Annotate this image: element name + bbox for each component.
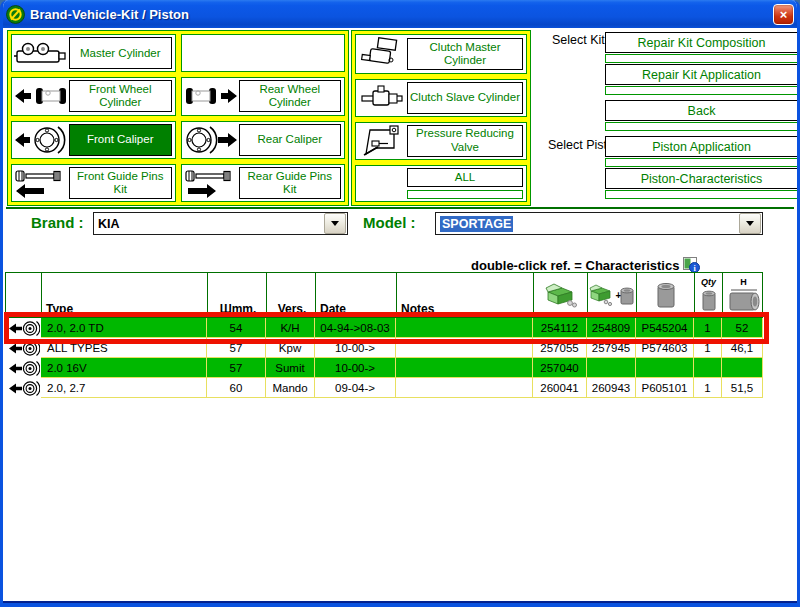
brand-combobox[interactable]: KIA <box>93 212 348 235</box>
table-cell: 46,1 <box>722 338 763 358</box>
table-row[interactable]: 2.0, 2.0 TD54K/H04-94->08-03254112254809… <box>5 318 763 338</box>
results-table: Type Шmm. Vers. Date Notes <box>5 272 763 398</box>
close-button[interactable]: × <box>773 4 794 25</box>
header-kit-plus-piston-icon: + <box>588 273 637 317</box>
cell-rear-wheel-cylinder: Rear Wheel Cylinder <box>181 77 346 115</box>
table-cell: 57 <box>207 338 266 358</box>
table-cell: 1 <box>694 338 722 358</box>
table-cell: 54 <box>207 318 266 338</box>
table-cell: 257040 <box>533 358 587 378</box>
table-cell: P545204 <box>636 318 694 338</box>
table-cell: 10-00-> <box>315 358 396 378</box>
table-cell <box>396 338 533 358</box>
front-guide-pins-button[interactable]: Front Guide Pins Kit <box>69 167 172 199</box>
front-guide-pins-icon <box>13 168 69 198</box>
front-wheel-cylinder-button[interactable]: Front Wheel Cylinder <box>69 80 172 112</box>
height-label: H <box>740 278 747 287</box>
caliper-arrow-icon <box>8 380 40 397</box>
table-cell: 60 <box>207 378 266 398</box>
cell-master-cylinder: Master Cylinder <box>11 34 176 72</box>
cell-empty <box>181 34 346 72</box>
table-cell: 51,5 <box>722 378 763 398</box>
table-body: 2.0, 2.0 TD54K/H04-94->08-03254112254809… <box>5 318 763 398</box>
titlebar[interactable]: Brand-Vehicle-Kit / Piston × <box>0 0 800 28</box>
table-cell: 260041 <box>533 378 587 398</box>
dblclick-note-text: double-click ref. = Characteristics <box>471 258 679 273</box>
table-cell: 254809 <box>587 318 636 338</box>
dblclick-note: double-click ref. = Characteristics i <box>471 257 700 273</box>
indicator-strip <box>605 86 798 95</box>
table-cell: 257945 <box>587 338 636 358</box>
header-diameter: Шmm. <box>208 273 267 317</box>
header-height-icon: H <box>723 273 764 317</box>
divider-line <box>6 207 794 209</box>
all-button[interactable]: ALL <box>407 168 523 187</box>
piston-characteristics-button[interactable]: Piston-Characteristics <box>605 168 798 189</box>
table-cell: 2.0, 2.7 <box>41 378 207 398</box>
master-cylinder-button[interactable]: Master Cylinder <box>69 37 172 69</box>
clutch-slave-cylinder-icon <box>357 84 407 112</box>
indicator-strip <box>605 158 798 167</box>
brand-label: Brand : <box>31 214 84 231</box>
indicator-strip <box>605 190 798 199</box>
cell-rear-caliper: Rear Caliper <box>181 121 346 159</box>
table-row[interactable]: ALL TYPES57Kpw10-00->257055257945P574603… <box>5 338 763 358</box>
kit-grid-left: Master Cylinder Front Wheel Cylinder <box>7 30 349 206</box>
table-row[interactable]: 2.0 16V57Sumit10-00->257040 <box>5 358 763 378</box>
rear-caliper-button[interactable]: Rear Caliper <box>239 124 342 156</box>
cell-front-wheel-cylinder: Front Wheel Cylinder <box>11 77 176 115</box>
master-cylinder-icon <box>13 39 69 67</box>
cell-all: ALL <box>355 165 527 203</box>
table-cell: 09-04-> <box>315 378 396 398</box>
table-cell: Mando <box>266 378 315 398</box>
front-caliper-button[interactable]: Front Caliper <box>69 124 172 156</box>
brand-dropdown-button[interactable] <box>324 213 346 234</box>
caliper-arrow-icon <box>8 340 40 357</box>
model-label: Model : <box>363 214 416 231</box>
select-kit-label: Select Kit <box>552 33 605 47</box>
qty-label: Qty <box>701 278 716 287</box>
app-logo-icon <box>6 5 25 24</box>
rear-caliper-icon <box>183 124 239 156</box>
cell-clutch-master: Clutch Master Cylinder <box>355 34 527 74</box>
brand-value: KIA <box>94 217 324 231</box>
front-caliper-icon <box>13 124 69 156</box>
all-indicator-strip <box>407 190 523 199</box>
header-type: Type <box>42 273 208 317</box>
repair-kit-application-button[interactable]: Repair Kit Application <box>605 64 798 85</box>
table-cell <box>722 358 763 378</box>
model-dropdown-button[interactable] <box>739 213 761 234</box>
table-cell <box>396 358 533 378</box>
front-wheel-cylinder-icon <box>13 84 69 108</box>
table-cell: 2.0 16V <box>41 358 207 378</box>
app-window: Brand-Vehicle-Kit / Piston × Master Cyli… <box>0 0 800 607</box>
kit-grid-middle: Clutch Master Cylinder Clutch Slave Cyli… <box>351 30 531 206</box>
header-notes: Notes <box>397 273 534 317</box>
table-cell: Sumit <box>266 358 315 378</box>
back-button[interactable]: Back <box>605 100 798 121</box>
header-piston-icon <box>637 273 695 317</box>
clutch-slave-cylinder-button[interactable]: Clutch Slave Cylinder <box>407 82 523 114</box>
rear-guide-pins-button[interactable]: Rear Guide Pins Kit <box>239 167 342 199</box>
repair-kit-composition-button[interactable]: Repair Kit Composition <box>605 32 798 53</box>
model-combobox[interactable]: SPORTAGE <box>435 212 763 235</box>
piston-application-button[interactable]: Piston Application <box>605 136 798 157</box>
pressure-reducing-valve-button[interactable]: Pressure Reducing Valve <box>407 125 523 157</box>
cell-front-guide-pins: Front Guide Pins Kit <box>11 164 176 202</box>
table-header: Type Шmm. Vers. Date Notes <box>5 272 763 318</box>
chevron-down-icon <box>331 221 339 226</box>
model-selected-text: SPORTAGE <box>440 216 513 232</box>
header-icon-col <box>6 273 42 317</box>
table-cell: P605101 <box>636 378 694 398</box>
table-cell: K/H <box>266 318 315 338</box>
table-cell <box>396 318 533 338</box>
pressure-reducing-valve-icon <box>357 124 407 158</box>
clutch-master-cylinder-button[interactable]: Clutch Master Cylinder <box>407 38 523 70</box>
table-row[interactable]: 2.0, 2.760Mando09-04->260041260943P60510… <box>5 378 763 398</box>
table-cell: 1 <box>694 318 722 338</box>
caliper-arrow-icon <box>8 320 40 337</box>
table-cell <box>587 358 636 378</box>
cell-pressure-valve: Pressure Reducing Valve <box>355 122 527 160</box>
table-cell <box>636 358 694 378</box>
rear-wheel-cylinder-button[interactable]: Rear Wheel Cylinder <box>239 80 342 112</box>
